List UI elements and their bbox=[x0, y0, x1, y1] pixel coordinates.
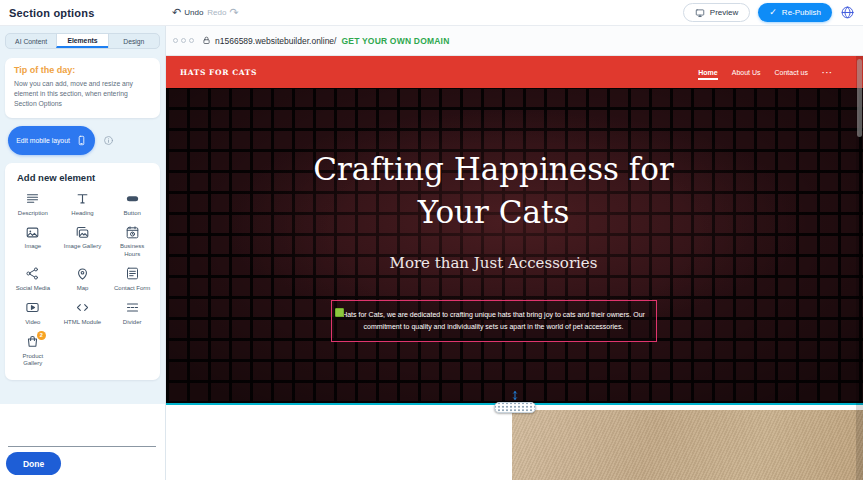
add-element-grid: DescriptionHeadingButtonImageImage Galle… bbox=[8, 191, 157, 369]
video-icon bbox=[25, 300, 40, 316]
nav-contact-us[interactable]: Contact us bbox=[775, 69, 808, 76]
mobile-layout-row: Edit mobile layout bbox=[8, 126, 165, 155]
element-item-button[interactable]: Button bbox=[107, 191, 157, 218]
site-url: n1566589.websitebuilder.online/ bbox=[215, 36, 336, 46]
redo-button[interactable]: Redo ↷ bbox=[207, 7, 238, 18]
add-element-card: Add new element DescriptionHeadingButton… bbox=[5, 163, 160, 381]
element-item-business-hours[interactable]: Business Hours bbox=[107, 224, 157, 259]
check-icon: ✓ bbox=[769, 8, 777, 17]
topbar: Section options ↶ Undo Redo ↷ Preview ✓ … bbox=[0, 0, 863, 26]
html-module-icon bbox=[75, 300, 90, 316]
redo-label: Redo bbox=[207, 8, 226, 17]
monitor-icon bbox=[695, 8, 705, 18]
undo-label: Undo bbox=[184, 8, 203, 17]
button-icon bbox=[125, 191, 140, 207]
republish-label: Re-Publish bbox=[782, 8, 821, 17]
element-item-label: Description bbox=[18, 210, 48, 218]
element-item-label: Video bbox=[25, 319, 40, 327]
element-item-label: Divider bbox=[123, 319, 142, 327]
browser-dot bbox=[181, 38, 186, 43]
lock-icon bbox=[202, 36, 211, 45]
image-placeholder-handle[interactable] bbox=[335, 308, 344, 317]
tab-design[interactable]: Design bbox=[108, 34, 159, 48]
element-item-heading[interactable]: Heading bbox=[58, 191, 108, 218]
nav-about-us[interactable]: About Us bbox=[732, 69, 761, 76]
element-item-divider[interactable]: Divider bbox=[107, 300, 157, 327]
scrollbar-thumb[interactable] bbox=[857, 59, 862, 137]
social-media-icon bbox=[25, 266, 40, 282]
done-button[interactable]: Done bbox=[6, 452, 61, 475]
footer-divider bbox=[8, 446, 156, 447]
business-hours-icon bbox=[125, 224, 140, 240]
element-item-label: Contact Form bbox=[114, 285, 150, 293]
preview-area: n1566589.websitebuilder.online/ GET YOUR… bbox=[166, 26, 863, 480]
hero-subheading[interactable]: More than Just Accessories bbox=[166, 253, 821, 274]
heading-icon bbox=[75, 191, 90, 207]
drag-handle[interactable] bbox=[494, 402, 536, 413]
phone-icon bbox=[76, 134, 87, 147]
panel-tabs: AI Content Elements Design bbox=[5, 33, 160, 49]
get-domain-link[interactable]: GET YOUR OWN DOMAIN bbox=[341, 36, 449, 46]
image-gallery-icon bbox=[75, 224, 90, 240]
edit-mobile-layout-button[interactable]: Edit mobile layout bbox=[8, 126, 95, 155]
nav-more-icon[interactable]: ··· bbox=[822, 68, 833, 77]
preview-button[interactable]: Preview bbox=[683, 3, 750, 22]
edit-mobile-label: Edit mobile layout bbox=[16, 137, 70, 144]
republish-button[interactable]: ✓ Re-Publish bbox=[758, 3, 832, 22]
element-item-label: Product Gallery bbox=[14, 353, 52, 369]
topbar-actions: Preview ✓ Re-Publish bbox=[683, 3, 855, 22]
hero-heading[interactable]: Crafting Happiness for Your Cats bbox=[296, 148, 691, 235]
divider-icon bbox=[125, 300, 140, 316]
browser-dot bbox=[173, 38, 178, 43]
page-title: Section options bbox=[9, 7, 95, 19]
redo-icon: ↷ bbox=[229, 7, 238, 18]
tab-elements[interactable]: Elements bbox=[56, 34, 107, 48]
browser-bar: n1566589.websitebuilder.online/ GET YOUR… bbox=[166, 26, 863, 56]
site-logo[interactable]: HATS FOR CATS bbox=[180, 68, 257, 77]
hero-section[interactable]: Crafting Happiness for Your Cats More th… bbox=[166, 88, 863, 404]
element-item-label: Business Hours bbox=[113, 243, 151, 259]
nav-home[interactable]: Home bbox=[698, 69, 717, 76]
element-item-image[interactable]: Image bbox=[8, 224, 58, 259]
element-item-label: Image bbox=[24, 243, 41, 251]
hero-content: Crafting Happiness for Your Cats More th… bbox=[166, 88, 821, 342]
element-item-label: Button bbox=[123, 210, 140, 218]
app: Section options ↶ Undo Redo ↷ Preview ✓ … bbox=[0, 0, 863, 480]
panel-footer: Done bbox=[0, 404, 165, 480]
element-item-html-module[interactable]: HTML Module bbox=[58, 300, 108, 327]
preview-scrollbar[interactable] bbox=[856, 56, 863, 480]
element-item-video[interactable]: Video bbox=[8, 300, 58, 327]
resize-arrows-icon bbox=[510, 390, 520, 401]
element-item-image-gallery[interactable]: Image Gallery bbox=[58, 224, 108, 259]
add-element-title: Add new element bbox=[17, 172, 157, 183]
element-item-map[interactable]: Map bbox=[58, 266, 108, 293]
tip-card: Tip of the day: Now you can add, move an… bbox=[5, 58, 160, 118]
element-item-label: Map bbox=[77, 285, 89, 293]
element-item-label: Social Media bbox=[16, 285, 50, 293]
element-item-description[interactable]: Description bbox=[8, 191, 58, 218]
left-panel: AI Content Elements Design Tip of the da… bbox=[0, 26, 166, 480]
site-nav: Home About Us Contact us ··· bbox=[698, 68, 833, 77]
preview-label: Preview bbox=[710, 8, 738, 17]
undo-button[interactable]: ↶ Undo bbox=[172, 7, 203, 18]
site-preview: HATS FOR CATS Home About Us Contact us ·… bbox=[166, 56, 863, 480]
hero-text-element[interactable]: Hats for Cats, we are dedicated to craft… bbox=[331, 300, 657, 342]
site-header: HATS FOR CATS Home About Us Contact us ·… bbox=[166, 56, 863, 88]
contact-form-icon bbox=[125, 266, 140, 282]
tip-body: Now you can add, move and resize any ele… bbox=[14, 79, 151, 110]
element-item-social-media[interactable]: Social Media bbox=[8, 266, 58, 293]
element-item-product-gallery[interactable]: 2Product Gallery bbox=[8, 334, 58, 369]
element-item-contact-form[interactable]: Contact Form bbox=[107, 266, 157, 293]
element-item-label: Heading bbox=[71, 210, 93, 218]
next-section-image[interactable] bbox=[512, 410, 863, 480]
undo-icon: ↶ bbox=[172, 7, 181, 18]
tab-ai-content[interactable]: AI Content bbox=[6, 34, 56, 48]
description-icon bbox=[25, 191, 40, 207]
tip-title: Tip of the day: bbox=[14, 65, 151, 75]
image-icon bbox=[25, 224, 40, 240]
section-resize-handle[interactable] bbox=[494, 390, 536, 413]
info-icon[interactable] bbox=[103, 135, 114, 146]
history-controls: ↶ Undo Redo ↷ bbox=[172, 7, 239, 18]
element-item-label: Image Gallery bbox=[64, 243, 101, 251]
globe-icon[interactable] bbox=[840, 5, 855, 20]
